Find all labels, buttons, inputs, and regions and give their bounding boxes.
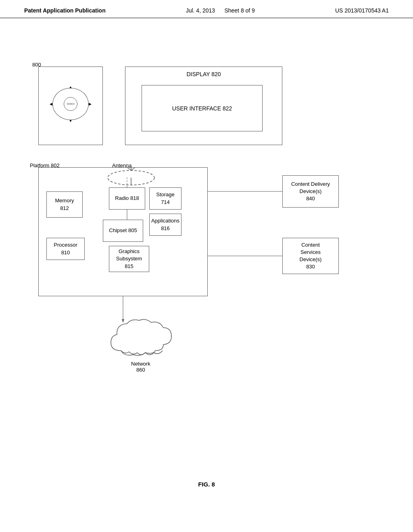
ui-interface-box-822: USER INTERFACE 822 — [142, 85, 263, 131]
graphics-subsystem-box-815: Graphics Subsystem 815 — [109, 246, 149, 272]
processor-box-810: Processor 810 — [46, 238, 85, 260]
chipset-label: Chipset 805 — [109, 227, 137, 234]
memory-label: Memory 812 — [55, 197, 74, 212]
dpad-outer: ▲ ▼ ◀ ▶ Select — [52, 88, 89, 120]
header-date-sheet: Jul. 4, 2013 Sheet 8 of 9 — [186, 7, 255, 14]
dpad-arrow-right-icon: ▶ — [89, 102, 92, 106]
dpad-arrow-down-icon: ▼ — [69, 119, 73, 123]
diagram-area: 800 850 ▲ ▼ ◀ ▶ Select DISPLAY 820 USER … — [0, 18, 413, 510]
header-date: Jul. 4, 2013 — [186, 7, 215, 14]
content-services-box-830: Content Services Device(s) 830 — [282, 238, 339, 274]
header-sheet: Sheet 8 of 9 — [224, 7, 255, 14]
chipset-box-805: Chipset 805 — [103, 220, 143, 242]
dpad-select-button[interactable]: Select — [64, 97, 77, 111]
radio-label: Radio 818 — [115, 195, 139, 202]
cloud-icon — [105, 316, 186, 361]
processor-label: Processor 810 — [54, 241, 77, 256]
content-delivery-label: Content Delivery Device(s) 840 — [291, 181, 330, 203]
content-delivery-box-840: Content Delivery Device(s) 840 — [282, 175, 339, 208]
applications-label: Applications 816 — [151, 217, 179, 232]
page-header: Patent Application Publication Jul. 4, 2… — [0, 0, 413, 18]
radio-box-818: Radio 818 — [109, 187, 145, 210]
storage-label: Storage 714 — [156, 191, 175, 206]
dpad-arrow-up-icon: ▲ — [69, 85, 73, 89]
display-box-820: DISPLAY 820 USER INTERFACE 822 — [125, 66, 282, 145]
network-label-860: Network 860 — [131, 361, 150, 373]
ui-label: USER INTERFACE 822 — [172, 105, 232, 112]
display-title: DISPLAY 820 — [186, 71, 221, 77]
memory-box-812: Memory 812 — [46, 191, 83, 218]
storage-box-714: Storage 714 — [149, 187, 181, 210]
header-patent-number: US 2013/0170543 A1 — [335, 7, 389, 14]
header-publication: Patent Application Publication — [24, 7, 106, 14]
network-cloud — [105, 316, 186, 362]
dpad-arrow-left-icon: ◀ — [50, 102, 52, 106]
content-services-label: Content Services Device(s) 830 — [300, 241, 322, 271]
dpad: ▲ ▼ ◀ ▶ Select — [50, 88, 91, 124]
graphics-label: Graphics Subsystem 815 — [116, 248, 142, 270]
remote-device-box: ▲ ▼ ◀ ▶ Select — [38, 66, 103, 145]
applications-box-816: Applications 816 — [149, 214, 181, 236]
fig-label: FIG. 8 — [198, 481, 215, 488]
